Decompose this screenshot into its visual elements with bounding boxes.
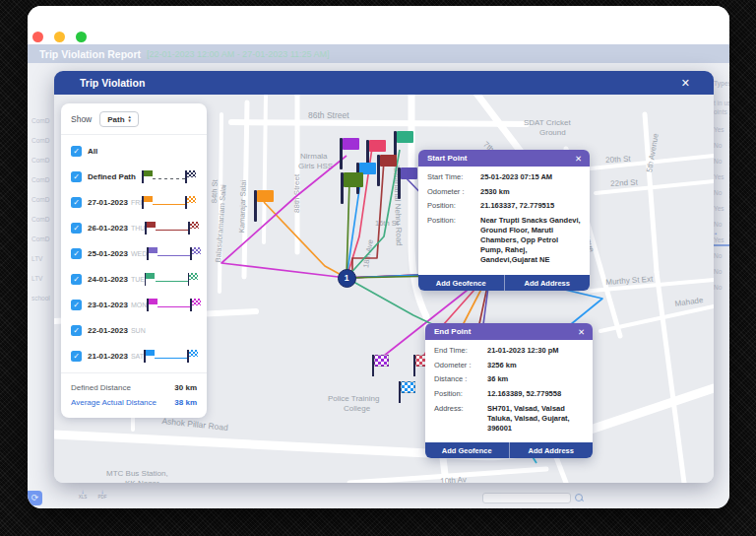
path-line bbox=[158, 306, 190, 308]
path-line bbox=[156, 281, 188, 283]
add-geofence-button[interactable]: Add Geofence bbox=[425, 442, 510, 458]
add-address-button[interactable]: Add Address bbox=[510, 442, 594, 458]
flag-cloth bbox=[147, 222, 156, 229]
legend-row-defined-path[interactable]: ✓Defined Path bbox=[71, 164, 197, 189]
modal-title: Trip Violation bbox=[80, 77, 145, 89]
legend-row-22-01-2023[interactable]: ✓22-01-2023SUN bbox=[71, 317, 197, 343]
detail-row: Address:SH701, Valsad, Valsad Taluka, Va… bbox=[434, 404, 585, 434]
legend-date-label: 27-01-2023 bbox=[88, 198, 128, 207]
checkered-flag-icon bbox=[185, 196, 197, 209]
map-canvas[interactable]: 86th StreetNirmalaGirls HSSSDAT CricketG… bbox=[54, 95, 714, 483]
start-flag-icon bbox=[147, 247, 158, 260]
legend-row-23-01-2023[interactable]: ✓23-01-2023MON bbox=[71, 292, 197, 317]
flag-cloth bbox=[343, 138, 359, 150]
start-flag-marker[interactable] bbox=[377, 155, 399, 186]
background-column-text: t in use bbox=[714, 100, 729, 106]
checkbox-checked[interactable]: ✓ bbox=[71, 274, 82, 285]
detail-row: End Time:21-01-2023 12:30 pM bbox=[434, 346, 585, 356]
start-flag-marker[interactable] bbox=[398, 168, 419, 199]
start-point-details: Start Time:25-01-2023 07:15 AMOdometer :… bbox=[418, 167, 590, 275]
report-date-range: [22-01-2023 12:00 AM - 27-01-2023 11:25 … bbox=[147, 49, 329, 59]
checkbox-checked[interactable]: ✓ bbox=[71, 300, 82, 310]
add-geofence-button[interactable]: Add Geofence bbox=[418, 275, 505, 291]
checkbox-checked[interactable]: ✓ bbox=[71, 171, 82, 182]
flag-cloth bbox=[374, 355, 389, 367]
checkered-flag-icon bbox=[190, 247, 202, 260]
search-input[interactable] bbox=[482, 493, 571, 503]
minimize-window-button[interactable] bbox=[54, 32, 65, 42]
background-report-columns: Typest in useointsYesNoNoYesNoYesNoYes••… bbox=[712, 68, 729, 492]
checkered-flag-icon bbox=[187, 350, 199, 363]
flag-cloth bbox=[189, 273, 198, 280]
close-icon[interactable]: ✕ bbox=[578, 323, 585, 340]
path-line bbox=[158, 255, 190, 257]
refresh-icon[interactable]: ⟳ bbox=[28, 491, 42, 505]
distance-summary: Defined Distance 30 km Average Actual Di… bbox=[61, 373, 207, 418]
flag-cloth bbox=[187, 196, 196, 203]
trip-violation-modal: Trip Violation ✕ 86th StreetNirmalaGirls… bbox=[54, 71, 714, 483]
end-checkered-flag-marker[interactable] bbox=[399, 381, 416, 403]
legend-row-27-01-2023[interactable]: ✓27-01-2023FRI bbox=[71, 189, 197, 215]
flag-cloth bbox=[146, 350, 155, 357]
legend-row-all[interactable]: ✓All bbox=[71, 138, 197, 164]
legend-row-24-01-2023[interactable]: ✓24-01-2023TUE bbox=[71, 266, 197, 292]
legend-row-21-01-2023[interactable]: ✓21-01-2023SAT bbox=[71, 343, 197, 368]
detail-label: Position: bbox=[427, 216, 480, 266]
legend-date-label: 24-01-2023 bbox=[88, 275, 128, 284]
checkbox-checked[interactable]: ✓ bbox=[71, 197, 82, 208]
path-line bbox=[156, 230, 188, 232]
path-select-dropdown[interactable]: Path ▴▾ bbox=[99, 111, 139, 127]
report-titlebar: Trip Violation Report [22-01-2023 12:00 … bbox=[28, 44, 729, 63]
checkered-flag-icon bbox=[185, 170, 197, 183]
legend-row-26-01-2023[interactable]: ✓26-01-2023THU bbox=[71, 215, 197, 240]
legend-row-25-01-2023[interactable]: ✓25-01-2023WED bbox=[71, 240, 197, 266]
zoom-window-button[interactable] bbox=[76, 32, 87, 42]
legend-date-label: 21-01-2023 bbox=[88, 352, 128, 361]
flag-cloth bbox=[401, 168, 417, 179]
background-column-text: No bbox=[714, 221, 722, 228]
legend-path-preview bbox=[145, 222, 200, 234]
close-window-button[interactable] bbox=[32, 32, 43, 42]
flag-cloth bbox=[380, 155, 397, 167]
export-xls-button[interactable]: ↓ XLS bbox=[75, 490, 91, 501]
flag-cloth bbox=[187, 170, 196, 177]
legend-date-label: 23-01-2023 bbox=[88, 301, 128, 309]
background-list-item: ComD bbox=[32, 157, 49, 164]
search-icon[interactable] bbox=[575, 494, 583, 502]
end-checkered-flag-marker[interactable] bbox=[372, 355, 390, 376]
flag-cloth bbox=[192, 299, 201, 305]
legend-day-label: FRI bbox=[131, 199, 142, 206]
legend-day-label: SAT bbox=[131, 353, 144, 360]
flag-cloth bbox=[190, 222, 199, 229]
start-point-actions: Add Geofence Add Address bbox=[418, 275, 590, 291]
trip-stop-marker-1[interactable]: 1 bbox=[338, 269, 356, 288]
checkbox-checked[interactable]: ✓ bbox=[71, 223, 82, 234]
close-icon[interactable]: ✕ bbox=[681, 71, 690, 95]
detail-row: Start Time:25-01-2023 07:15 AM bbox=[427, 172, 582, 182]
detail-row: Odometer :3256 km bbox=[434, 361, 585, 370]
checkbox-checked[interactable]: ✓ bbox=[71, 325, 82, 336]
legend-path-preview bbox=[142, 170, 197, 183]
start-flag-marker[interactable] bbox=[254, 190, 276, 222]
close-icon[interactable]: ✕ bbox=[575, 150, 582, 167]
screenshot-stage: Trip Violation Report [22-01-2023 12:00 … bbox=[0, 0, 756, 536]
background-list-item: ComD bbox=[32, 216, 49, 223]
export-pdf-button[interactable]: ↓ PDF bbox=[94, 490, 110, 501]
path-line bbox=[153, 178, 185, 180]
background-column-text: No bbox=[714, 158, 722, 165]
detail-row: Position:Near Trupti Snacks Gandevi, Gro… bbox=[427, 216, 582, 266]
add-address-button[interactable]: Add Address bbox=[505, 275, 591, 291]
start-flag-marker[interactable] bbox=[341, 172, 362, 204]
start-flag-icon bbox=[147, 299, 158, 311]
checkbox-checked[interactable]: ✓ bbox=[71, 351, 82, 362]
start-flag-icon bbox=[144, 350, 155, 363]
report-content-area: ComDComDComDComDComDComDComDLTVLTVschool… bbox=[28, 63, 729, 508]
show-label: Show bbox=[71, 114, 92, 124]
detail-label: Position: bbox=[434, 389, 487, 399]
background-vehicle-list: ComDComDComDComDComDComDComDLTVLTVschool bbox=[28, 68, 54, 482]
background-column-text: Yes bbox=[714, 236, 724, 243]
report-title: Trip Violation Report bbox=[39, 48, 141, 60]
checkbox-checked[interactable]: ✓ bbox=[71, 248, 82, 259]
background-list-item: school bbox=[32, 295, 50, 302]
checkbox-checked[interactable]: ✓ bbox=[71, 146, 82, 157]
